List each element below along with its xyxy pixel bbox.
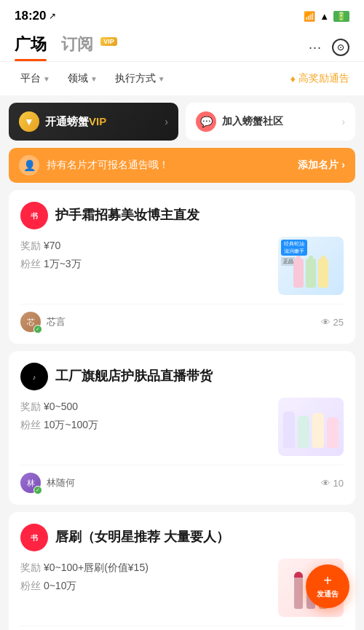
vip-crown-icon: ▼ <box>19 111 39 132</box>
card-3-title: 唇刷（女明星推荐 大量要人） <box>55 529 229 546</box>
svg-text:♪: ♪ <box>33 374 36 381</box>
card-2-info: 奖励 ¥0~500 粉丝 10万~100万 <box>20 398 269 434</box>
author-avatar-2: 林 ✓ <box>20 473 41 493</box>
notice-bar[interactable]: 👤 持有名片才可报名通告哦！ 添加名片 › <box>9 148 355 183</box>
verified-badge-2: ✓ <box>33 486 42 495</box>
card-3-header: 书 唇刷（女明星推荐 大量要人） <box>20 524 344 551</box>
view-count-1: 👁 25 <box>321 317 344 328</box>
card-1-product-image: 经典蛇油滋润嫩手 正品 <box>278 237 344 295</box>
notice-text: 持有名片才可报名通告哦！ <box>47 159 290 172</box>
status-icons: 📶 ▲ 🔋 <box>304 11 349 22</box>
wifi-icon: ▲ <box>320 11 329 22</box>
card-3-footer: b ✓ bonny_上班啦 👁 107 <box>20 626 344 630</box>
card-3-fans: 粉丝 0~10万 <box>20 577 269 595</box>
eye-icon-2: 👁 <box>321 478 331 489</box>
card-2-header: ♪ 工厂旗舰店护肤品直播带货 <box>20 363 344 390</box>
tab-guangchang[interactable]: 广场 <box>15 34 47 61</box>
card-1-reward: 奖励 ¥70 <box>20 237 269 255</box>
card-1-title: 护手霜招募美妆博主直发 <box>55 207 199 224</box>
signal-icon: 📶 <box>304 11 315 22</box>
more-options-button[interactable]: ··· <box>309 40 322 55</box>
tab-dingyue[interactable]: 订阅 VIP <box>61 34 117 61</box>
location-arrow-icon: ↗ <box>49 11 56 21</box>
cards-section: 书 护手霜招募美妆博主直发 奖励 ¥70 粉丝 1万~3万 经典蛇油滋润嫩手 正 <box>0 183 364 630</box>
card-2-reward: 奖励 ¥0~500 <box>20 398 269 416</box>
chevron-down-icon: ▼ <box>158 75 165 83</box>
community-text: 加入螃蟹社区 <box>222 115 336 128</box>
view-count-2: 👁 10 <box>321 478 344 489</box>
vip-banner[interactable]: ▼ 开通螃蟹VIP › <box>9 103 178 141</box>
community-arrow-icon: › <box>341 116 345 127</box>
vip-arrow-icon: › <box>165 116 168 127</box>
diamond-icon: ♦ <box>290 73 296 84</box>
verified-badge-1: ✓ <box>33 325 42 334</box>
publish-notice-fab[interactable]: + 发通告 <box>306 564 349 608</box>
card-1-fans: 粉丝 1万~3万 <box>20 255 269 273</box>
card-icon: 👤 <box>19 155 39 176</box>
card-3-info: 奖励 ¥0~100+唇刷(价值¥15) 粉丝 0~10万 <box>20 559 269 595</box>
header: 广场 订阅 VIP ··· ⊙ <box>0 28 364 61</box>
community-banner[interactable]: 💬 加入螃蟹社区 › <box>186 103 355 141</box>
status-bar: 18:20 ↗ 📶 ▲ 🔋 <box>0 0 364 28</box>
filter-bar: 平台 ▼ 领域 ▼ 执行方式 ▼ ♦ 高奖励通告 <box>0 61 364 95</box>
vip-badge: VIP <box>100 37 117 46</box>
card-3-reward: 奖励 ¥0~100+唇刷(价值¥15) <box>20 559 269 577</box>
card-2-fans: 粉丝 10万~100万 <box>20 416 269 434</box>
fab-plus-icon: + <box>323 573 332 588</box>
author-name-1: 芯言 <box>47 315 66 328</box>
card-2-body: 奖励 ¥0~500 粉丝 10万~100万 <box>20 398 344 456</box>
chevron-down-icon: ▼ <box>43 75 50 83</box>
card-2-product-image <box>278 398 344 456</box>
xiaohongshu-logo-1: 书 <box>20 202 48 229</box>
card-2-title: 工厂旗舰店护肤品直播带货 <box>55 368 213 385</box>
vip-banner-text: 开通螃蟹VIP <box>45 115 159 129</box>
tiktok-logo-2: ♪ <box>20 363 48 390</box>
chevron-down-icon: ▼ <box>90 75 98 83</box>
filter-pingtai[interactable]: 平台 ▼ <box>15 69 56 88</box>
high-reward-filter[interactable]: ♦ 高奖励通告 <box>290 72 349 85</box>
filter-lingyu[interactable]: 领域 ▼ <box>62 69 103 88</box>
fab-label: 发通告 <box>317 589 339 599</box>
status-time: 18:20 <box>15 9 46 23</box>
card-3-body: 奖励 ¥0~100+唇刷(价值¥15) 粉丝 0~10万 <box>20 559 344 617</box>
job-card-2[interactable]: ♪ 工厂旗舰店护肤品直播带货 奖励 ¥0~500 粉丝 10万~100万 <box>9 351 355 505</box>
author-name-2: 林随何 <box>47 476 75 489</box>
author-avatar-1: 芯 ✓ <box>20 312 41 332</box>
card-1-header: 书 护手霜招募美妆博主直发 <box>20 202 344 229</box>
card-1-footer: 芯 ✓ 芯言 👁 25 <box>20 304 344 332</box>
card-2-footer: 林 ✓ 林随何 👁 10 <box>20 465 344 493</box>
svg-text:书: 书 <box>31 212 38 220</box>
scan-button[interactable]: ⊙ <box>332 39 349 56</box>
chat-icon: 💬 <box>196 111 216 132</box>
svg-text:书: 书 <box>31 534 38 542</box>
eye-icon-1: 👁 <box>321 317 331 328</box>
add-card-button[interactable]: 添加名片 › <box>298 159 345 172</box>
card-1-body: 奖励 ¥70 粉丝 1万~3万 经典蛇油滋润嫩手 正品 <box>20 237 344 295</box>
battery-icon: 🔋 <box>333 11 349 22</box>
job-card-3[interactable]: 书 唇刷（女明星推荐 大量要人） 奖励 ¥0~100+唇刷(价值¥15) 粉丝 … <box>9 512 355 630</box>
xiaohongshu-logo-3: 书 <box>20 524 48 551</box>
header-right: ··· ⊙ <box>309 39 349 56</box>
card-1-info: 奖励 ¥70 粉丝 1万~3万 <box>20 237 269 273</box>
filter-zhixingfangshi[interactable]: 执行方式 ▼ <box>109 69 171 88</box>
banner-row: ▼ 开通螃蟹VIP › 💬 加入螃蟹社区 › <box>0 95 364 148</box>
job-card-1[interactable]: 书 护手霜招募美妆博主直发 奖励 ¥70 粉丝 1万~3万 经典蛇油滋润嫩手 正 <box>9 190 355 344</box>
